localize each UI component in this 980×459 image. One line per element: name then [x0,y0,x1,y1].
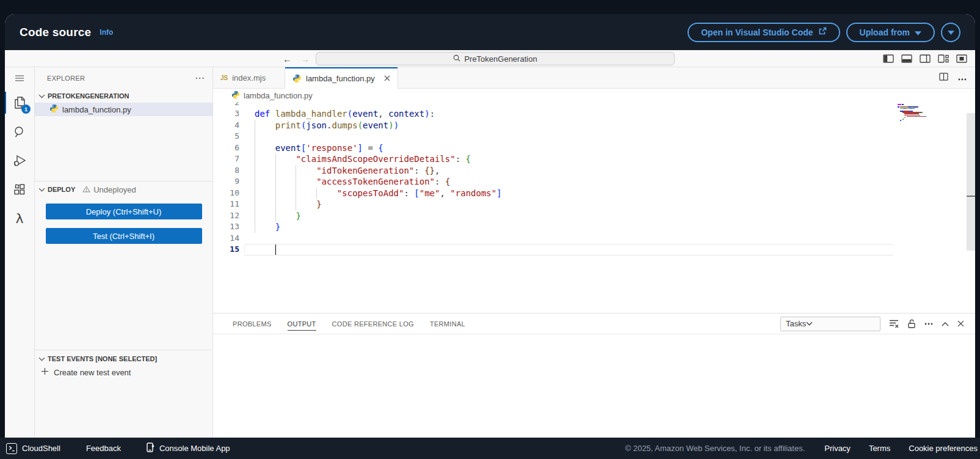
open-in-vscode-button[interactable]: Open in Visual Studio Code [688,23,840,42]
open-in-vscode-label: Open in Visual Studio Code [701,28,813,37]
explorer-icon[interactable]: 1 [5,90,34,115]
more-panel-actions-icon[interactable] [924,323,933,325]
fullscreen-layout-icon[interactable] [956,54,967,63]
panel-tabs: PROBLEMSOUTPUTCODE REFERENCE LOGTERMINAL [225,314,473,334]
line-number: 12 [213,210,239,222]
code-line-8: 8 "idTokenGeneration": {}, [213,165,975,177]
aws-lambda-icon[interactable]: λ [5,206,34,230]
panel-tab-code-reference-log[interactable]: CODE REFERENCE LOG [324,314,422,334]
scrollbar-thumb[interactable] [967,113,975,251]
run-debug-icon[interactable] [5,149,34,173]
clear-output-icon[interactable] [889,319,899,328]
extensions-icon[interactable] [5,177,34,202]
tab-label: index.mjs [232,73,266,83]
code-editor[interactable]: 1import json23def lambda_handler(event, … [213,102,975,313]
editor-tab-bar: JSindex.mjslambda_function.py [213,67,975,89]
panel-tab-output[interactable]: OUTPUT [280,314,324,334]
editor-workbench: ← → PreTokenGeneration [5,50,975,438]
create-test-event-button[interactable]: Create new test event [35,365,212,379]
line-number: 4 [213,120,239,131]
test-events-section-header[interactable]: TEST EVENTS [NONE SELECTED] [35,352,212,365]
activity-bar: 1 [5,67,35,438]
panel-tab-problems[interactable]: PROBLEMS [225,314,280,334]
deploy-section-header[interactable]: DEPLOY Undeployed [35,183,212,196]
line-number: 5 [213,131,239,142]
toggle-secondary-sidebar-icon[interactable] [920,54,931,63]
code-line-5: 5 [213,131,975,142]
deploy-section: DEPLOY Undeployed Deploy (Ctrl+Shift [35,181,212,244]
breadcrumb-file: lambda_function.py [244,91,313,100]
breadcrumb[interactable]: lambda_function.py [213,89,975,102]
split-editor-icon[interactable] [939,72,948,83]
line-number: 13 [213,221,239,233]
js-file-icon: JS [220,75,228,81]
test-button[interactable]: Test (Ctrl+Shift+I) [46,228,202,244]
command-center-text: PreTokenGeneration [464,54,537,64]
chevron-down-icon [38,92,45,100]
code-text: } [255,199,322,210]
code-text: "accessTokenGeneration": { [255,176,450,188]
code-text: def lambda_handler(event, context): [255,108,435,120]
output-channel-select[interactable]: Tasks [780,317,880,331]
line-number: 3 [213,108,239,120]
panel-tab-terminal[interactable]: TERMINAL [422,314,473,334]
chevron-down-icon [38,186,45,193]
go-forward-arrow-icon[interactable]: → [300,54,310,64]
mobile-app-label: Console Mobile App [159,444,230,453]
project-section: PRETOKENGENERATION lambda_function.py [35,89,212,116]
close-tab-icon[interactable] [384,75,390,81]
project-section-header[interactable]: PRETOKENGENERATION [35,89,212,103]
cloudshell-button[interactable]: CloudShell [6,443,60,454]
search-sidebar-icon[interactable] [5,120,34,144]
maximize-panel-icon[interactable] [942,321,949,326]
test-events-section: TEST EVENTS [NONE SELECTED] Create new t… [35,350,212,379]
code-text: } [255,221,280,233]
toggle-sidebar-icon[interactable] [883,54,894,63]
close-panel-icon[interactable] [957,320,964,327]
code-text: "claimsAndScopeOverrideDetails": { [255,153,471,165]
line-number: 9 [213,176,239,188]
upload-from-button[interactable]: Upload from [846,23,935,42]
terms-link[interactable]: Terms [869,444,890,453]
more-actions-icon[interactable] [958,72,967,83]
code-line-6: 6 event['response'] = { [213,142,975,154]
code-line-9: 9 "accessTokenGeneration": { [213,176,975,188]
editor-tab-index.mjs[interactable]: JSindex.mjs [213,67,285,89]
toggle-panel-icon[interactable] [901,54,912,63]
file-name: lambda_function.py [62,105,131,114]
copyright-text: © 2025, Amazon Web Services, Inc. or its… [625,444,805,453]
more-actions-round-button[interactable] [941,23,960,42]
bottom-panel: PROBLEMSOUTPUTCODE REFERENCE LOGTERMINAL… [213,313,975,438]
line-number: 2 [213,102,239,108]
file-row-lambda-function[interactable]: lambda_function.py [35,103,212,116]
go-back-arrow-icon[interactable]: ← [283,54,292,64]
info-link[interactable]: Info [100,28,113,37]
command-center-search[interactable]: PreTokenGeneration [316,52,675,65]
deploy-section-label: DEPLOY [48,186,75,193]
lock-icon[interactable] [907,319,916,328]
minimap[interactable] [898,104,934,124]
chevron-down-icon [38,355,45,362]
line-number: 7 [213,153,239,165]
console-mobile-app-button[interactable]: Console Mobile App [147,442,230,454]
line-number: 10 [213,188,239,199]
python-file-icon [231,90,240,101]
editor-tab-lambda_function.py[interactable]: lambda_function.py [285,67,398,89]
current-line-highlight [244,244,893,255]
deploy-button[interactable]: Deploy (Ctrl+Shift+U) [46,204,202,219]
output-channel-value: Tasks [786,319,806,328]
customize-layout-icon[interactable] [938,54,949,63]
tab-label: lambda_function.py [306,74,375,83]
text-cursor [275,244,277,255]
feedback-label: Feedback [86,444,121,453]
explorer-more-icon[interactable]: ··· [195,73,205,83]
feedback-button[interactable]: Feedback [86,444,121,453]
cookie-preferences-link[interactable]: Cookie preferences [909,444,978,453]
privacy-link[interactable]: Privacy [824,444,851,453]
code-line-3: 3def lambda_handler(event, context): [213,108,975,120]
editor-group: JSindex.mjslambda_function.py [213,67,975,438]
explorer-sidebar: EXPLORER ··· PRETOKENGENERATION [35,67,213,438]
code-line-14: 14 [213,233,975,244]
panel-controls: Tasks [780,317,975,331]
menu-hamburger-icon[interactable] [5,66,34,90]
